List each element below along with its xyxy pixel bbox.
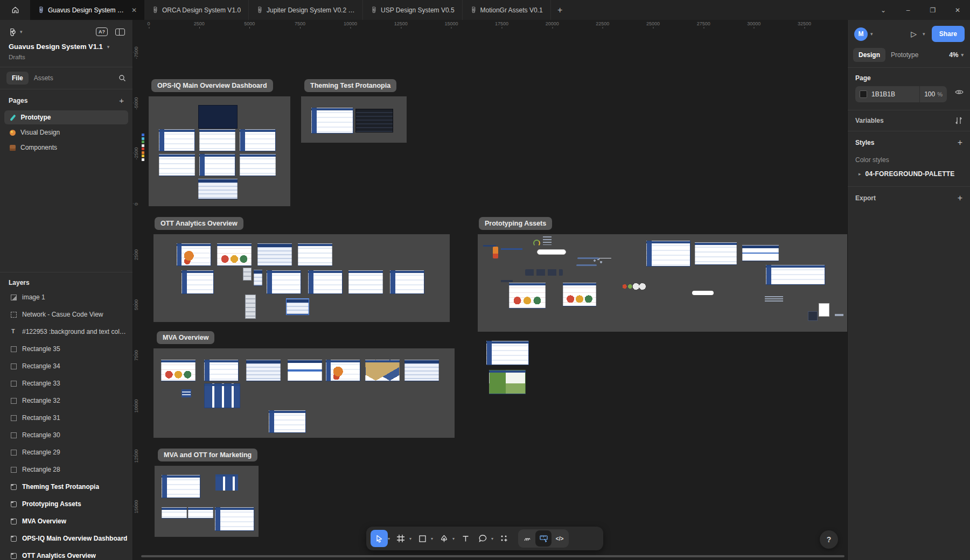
frame-thumbnail[interactable] (695, 242, 737, 265)
home-button[interactable] (0, 0, 30, 20)
frame-thumbnail[interactable] (199, 154, 235, 176)
asset-card[interactable] (819, 303, 829, 317)
frame-thumbnail[interactable] (199, 129, 235, 151)
asset-chips[interactable] (525, 269, 563, 276)
frame-thumbnail[interactable] (348, 270, 383, 294)
layer-row[interactable]: Rectangle 28 (0, 461, 133, 478)
frame-thumbnail[interactable] (215, 474, 238, 491)
color-hex-value[interactable]: 1B1B1B (871, 90, 919, 98)
layer-row[interactable]: Rectangle 34 (0, 358, 133, 375)
asset-bar[interactable] (537, 249, 566, 255)
frame-thumbnail[interactable] (404, 360, 439, 381)
frame-thumbnail[interactable] (162, 475, 200, 498)
chevron-down-icon[interactable]: ▾ (923, 31, 925, 37)
layer-row[interactable]: Theming Test Protanopia (0, 478, 133, 495)
frame-thumbnail[interactable] (162, 507, 187, 519)
section-theming[interactable] (301, 96, 407, 143)
actions-tool[interactable] (496, 530, 513, 547)
tab-prototype[interactable]: Prototype (885, 48, 924, 62)
frame-thumbnail[interactable] (198, 179, 238, 199)
frame-thumbnail[interactable] (257, 243, 292, 266)
present-icon[interactable]: ▷ (911, 30, 917, 38)
section-label-mva-ott[interactable]: MVA and OTT for Marketing (158, 449, 257, 461)
page-color-field[interactable]: 1B1B1B 100 % (855, 86, 947, 102)
frame-thumbnail[interactable] (742, 245, 779, 261)
frame-thumbnail[interactable] (563, 283, 596, 306)
dev-mode-toggle[interactable] (535, 530, 552, 547)
asset-card[interactable] (808, 311, 818, 321)
layer-row[interactable]: OPS-IQ Main Overview Dashboard (0, 530, 133, 547)
section-ott[interactable] (153, 234, 450, 322)
chevron-down-icon[interactable]: ▾ (107, 44, 110, 50)
toggle-sidebar-icon[interactable] (115, 29, 125, 36)
frame-thumbnail[interactable] (326, 360, 360, 381)
layer-row[interactable]: Rectangle 30 (0, 426, 133, 444)
layer-row[interactable]: Rectangle 31 (0, 409, 133, 426)
close-button[interactable]: ✕ (945, 0, 970, 20)
page-item-components[interactable]: Components (4, 141, 128, 155)
draw-tool[interactable] (519, 530, 535, 547)
chevron-down-icon[interactable]: ▾ (431, 536, 433, 541)
frame-thumbnail[interactable] (308, 270, 343, 294)
page-item-prototype[interactable]: Prototype (4, 110, 128, 124)
help-button[interactable]: ? (820, 530, 838, 549)
frame-thumbnail[interactable] (243, 268, 252, 281)
tab-jupiter[interactable]: Jupiter Design System V0.2 Marco Fo (249, 0, 363, 20)
chevron-down-icon[interactable]: ▾ (452, 536, 455, 541)
frame-thumbnail[interactable] (240, 129, 276, 151)
text-tool[interactable] (457, 530, 474, 547)
new-tab-button[interactable]: + (551, 0, 569, 20)
layer-row[interactable]: Network - Casue Code View (0, 306, 133, 323)
frame-thumbnail[interactable] (177, 243, 211, 266)
section-mva[interactable] (153, 348, 455, 438)
figma-menu-icon[interactable] (9, 28, 17, 36)
asset[interactable] (543, 236, 552, 245)
maximize-button[interactable]: ❐ (920, 0, 945, 20)
avatar[interactable]: M (854, 27, 868, 41)
layer-row[interactable]: Rectangle 35 (0, 340, 133, 358)
frame-thumbnail[interactable] (215, 507, 254, 531)
asset[interactable] (501, 280, 513, 282)
frame-thumbnail[interactable] (159, 129, 195, 151)
frame-thumbnail[interactable] (217, 243, 252, 266)
frame-thumbnail[interactable] (204, 360, 239, 381)
tab-file[interactable]: File (6, 72, 29, 85)
chevron-right-icon[interactable]: ▸ (859, 171, 861, 177)
frame-thumbnail[interactable] (182, 270, 214, 294)
tab-usp[interactable]: USP Design System V0.5 (363, 0, 463, 20)
section-label-prototyping[interactable]: Prototyping Assets (479, 217, 552, 230)
frame-thumbnail[interactable] (204, 383, 240, 408)
frame-thumbnail[interactable] (365, 360, 400, 381)
frame-thumbnail[interactable] (390, 270, 424, 294)
frame-thumbnail[interactable] (198, 105, 238, 129)
frame-thumbnail[interactable] (161, 360, 196, 381)
layer-row[interactable]: image 1 (0, 289, 133, 306)
layer-row[interactable]: Rectangle 29 (0, 444, 133, 461)
frame-thumbnail[interactable] (298, 243, 332, 266)
tab-assets[interactable]: Assets (29, 72, 59, 85)
comment-tool[interactable] (474, 530, 491, 547)
frame-thumbnail[interactable] (355, 109, 393, 132)
frame-thumbnail[interactable] (269, 410, 306, 433)
tab-motiongr[interactable]: MotionGr Assets V0.1 (463, 0, 551, 20)
frame-thumbnail[interactable] (267, 270, 301, 294)
add-export-icon[interactable]: + (958, 193, 962, 203)
shape-tool[interactable] (414, 530, 431, 547)
asset[interactable] (501, 248, 522, 250)
section-label-ops-iq[interactable]: OPS-IQ Main Overview Dashboard (151, 79, 273, 92)
section-label-ott[interactable]: OTT Analytics Overview (155, 217, 243, 230)
frame-thumbnail[interactable] (486, 341, 529, 365)
section-label-theming[interactable]: Theming Test Protanopia (304, 79, 396, 92)
minimize-button[interactable]: – (896, 0, 920, 20)
color-style-name[interactable]: 04-FOREGROUND-PALETTE (866, 170, 955, 178)
layer-row[interactable]: OTT Analytics Overview (0, 547, 133, 560)
add-page-icon[interactable]: + (119, 96, 124, 105)
asset[interactable] (493, 247, 498, 258)
tab-design[interactable]: Design (853, 48, 885, 62)
section-mva-ott[interactable] (155, 466, 259, 537)
frame-thumbnail[interactable] (766, 265, 825, 285)
frame-thumbnail[interactable] (646, 241, 690, 267)
chevron-down-icon[interactable]: ▾ (20, 29, 23, 34)
add-style-icon[interactable]: + (958, 138, 962, 148)
zoom-control[interactable]: 4% ▾ (949, 51, 964, 59)
